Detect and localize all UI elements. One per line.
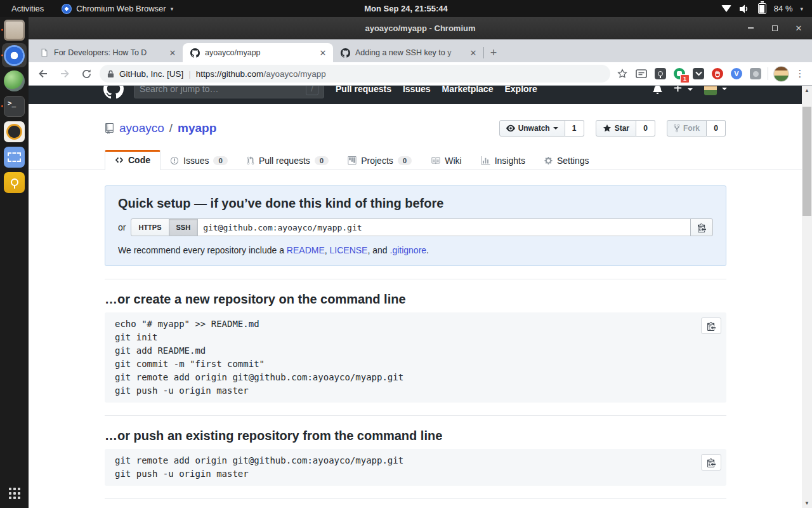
scroll-up-button[interactable]: ▲ xyxy=(802,86,812,95)
copy-code-button[interactable] xyxy=(701,454,721,471)
vimium-extension-icon[interactable]: V xyxy=(730,67,743,81)
chromium-icon xyxy=(62,4,72,14)
close-icon[interactable]: ✕ xyxy=(167,48,178,58)
tab-insights[interactable]: Insights xyxy=(471,151,535,170)
copy-remote-url-button[interactable] xyxy=(690,218,713,236)
green-circle-extension-icon[interactable]: 1 xyxy=(672,67,686,81)
notes-icon xyxy=(4,172,25,193)
pocket-extension-icon[interactable] xyxy=(691,67,705,81)
dock-item-terminal[interactable]: >_ xyxy=(0,93,29,119)
show-applications-button[interactable] xyxy=(0,484,29,503)
readme-link[interactable]: README xyxy=(287,245,325,255)
recommend-note: We recommend every repository include a … xyxy=(118,245,713,255)
system-status-area[interactable]: 84 % ▾ xyxy=(712,0,812,17)
toolbar-divider xyxy=(768,67,768,80)
dock-item-media-player[interactable] xyxy=(0,119,29,144)
watch-count[interactable]: 1 xyxy=(565,120,584,137)
chevron-down-icon xyxy=(688,88,693,91)
repo-header: ayoayco / myapp Unwatch 1 xyxy=(29,104,802,149)
code-text: git remote add origin git@github.com:ayo… xyxy=(115,455,403,479)
repo-icon xyxy=(105,123,114,134)
unwatch-button[interactable]: Unwatch xyxy=(499,120,565,137)
minimize-button[interactable] xyxy=(743,21,757,35)
bell-icon[interactable] xyxy=(653,86,662,94)
clock[interactable]: Mon Sep 24, 21:55:44 xyxy=(364,4,448,13)
remote-url-input[interactable] xyxy=(198,218,691,236)
dock-item-chromium[interactable] xyxy=(0,43,29,68)
license-link[interactable]: LICENSE xyxy=(330,245,368,255)
github-search-input[interactable]: Search or jump to… / xyxy=(134,86,324,98)
app-menu[interactable]: Chromium Web Browser ▾ xyxy=(55,0,180,17)
close-icon[interactable]: ✕ xyxy=(468,48,478,58)
pull-requests-count: 0 xyxy=(315,156,329,165)
tab-issues[interactable]: Issues 0 xyxy=(160,151,237,170)
watch-button-group: Unwatch 1 xyxy=(499,120,584,137)
forward-button[interactable] xyxy=(56,65,73,82)
scrollbar-thumb[interactable] xyxy=(802,107,811,216)
nav-pull-requests[interactable]: Pull requests xyxy=(336,86,391,94)
copy-code-button[interactable] xyxy=(701,318,721,334)
reload-button[interactable] xyxy=(78,65,95,82)
code-block: echo "# myapp" >> README.md git init git… xyxy=(105,312,726,403)
tab-settings[interactable]: Settings xyxy=(535,151,599,170)
page-scrollbar[interactable]: ▲ ▼ xyxy=(802,86,812,508)
browser-tab-repo[interactable]: ayoayco/myapp ✕ xyxy=(183,43,333,62)
hand-blocker-extension-icon[interactable] xyxy=(710,67,724,81)
fork-count[interactable]: 0 xyxy=(707,120,726,137)
browser-tab-ssh-key[interactable]: Adding a new SSH key to y ✕ xyxy=(333,43,483,62)
dock-item-screenshot[interactable] xyxy=(0,144,29,170)
github-page: Search or jump to… / Pull requests Issue… xyxy=(29,86,802,508)
app-menu-label: Chromium Web Browser xyxy=(76,4,166,13)
activities-button[interactable]: Activities xyxy=(0,0,55,17)
user-menu[interactable] xyxy=(704,86,727,95)
dock-item-browser-globe[interactable] xyxy=(0,68,29,93)
reading-list-extension-icon[interactable] xyxy=(634,67,648,81)
extension-badge: 1 xyxy=(680,74,690,83)
nav-issues[interactable]: Issues xyxy=(403,86,431,94)
star-icon xyxy=(603,124,612,133)
files-icon xyxy=(4,20,25,41)
ssh-toggle-button[interactable]: SSH xyxy=(169,218,199,236)
pull-request-icon xyxy=(247,156,254,165)
https-toggle-button[interactable]: HTTPS xyxy=(131,218,169,236)
nav-explore[interactable]: Explore xyxy=(504,86,537,94)
lightbulb-extension-icon[interactable] xyxy=(653,67,667,81)
browser-tab-developers[interactable]: For Developers: How To D ✕ xyxy=(32,43,183,62)
gitignore-link[interactable]: .gitignore xyxy=(390,245,427,255)
star-button[interactable]: Star xyxy=(596,120,636,137)
fork-button[interactable]: Fork xyxy=(667,120,707,137)
tab-projects[interactable]: Projects 0 xyxy=(338,151,421,170)
github-logo-icon[interactable] xyxy=(103,86,124,99)
star-count[interactable]: 0 xyxy=(636,120,655,137)
github-icon xyxy=(341,48,350,58)
repo-name-link[interactable]: myapp xyxy=(178,121,216,135)
graph-icon xyxy=(481,156,490,165)
window-title-bar[interactable]: ayoayco/myapp - Chromium ✕ xyxy=(29,17,812,39)
section-title: …or create a new repository on the comma… xyxy=(105,292,726,307)
new-tab-button[interactable]: + xyxy=(484,43,503,62)
repo-owner-link[interactable]: ayoayco xyxy=(119,121,164,135)
nav-marketplace[interactable]: Marketplace xyxy=(442,86,494,94)
dock-item-files[interactable] xyxy=(0,17,29,43)
back-button[interactable] xyxy=(35,65,51,82)
bookmark-star-icon[interactable] xyxy=(615,67,629,81)
repo-nav-tabs: Code Issues 0 Pull requests 0 Projects 0 xyxy=(29,149,802,170)
create-new-menu[interactable] xyxy=(674,86,692,95)
browser-menu-button[interactable]: ⋮ xyxy=(794,68,806,79)
close-button[interactable]: ✕ xyxy=(792,21,806,35)
battery-icon xyxy=(758,3,766,14)
tab-pull-requests[interactable]: Pull requests 0 xyxy=(237,151,338,170)
tab-wiki[interactable]: Wiki xyxy=(421,151,471,170)
scroll-down-button[interactable]: ▼ xyxy=(802,498,812,508)
grid-icon xyxy=(9,488,20,499)
address-bar[interactable]: GitHub, Inc. [US] | https://github.com/a… xyxy=(100,65,610,83)
tab-code[interactable]: Code xyxy=(105,150,160,170)
close-icon[interactable]: ✕ xyxy=(318,48,328,58)
dock-item-notes[interactable] xyxy=(0,170,29,195)
main-column: Quick setup — if you’ve done this kind o… xyxy=(105,185,726,499)
gray-extension-icon[interactable] xyxy=(749,67,763,81)
section-title: …or push an existing repository from the… xyxy=(105,429,726,443)
maximize-button[interactable] xyxy=(768,21,782,35)
browser-profile-avatar[interactable] xyxy=(773,66,789,82)
terminal-icon: >_ xyxy=(4,96,25,117)
